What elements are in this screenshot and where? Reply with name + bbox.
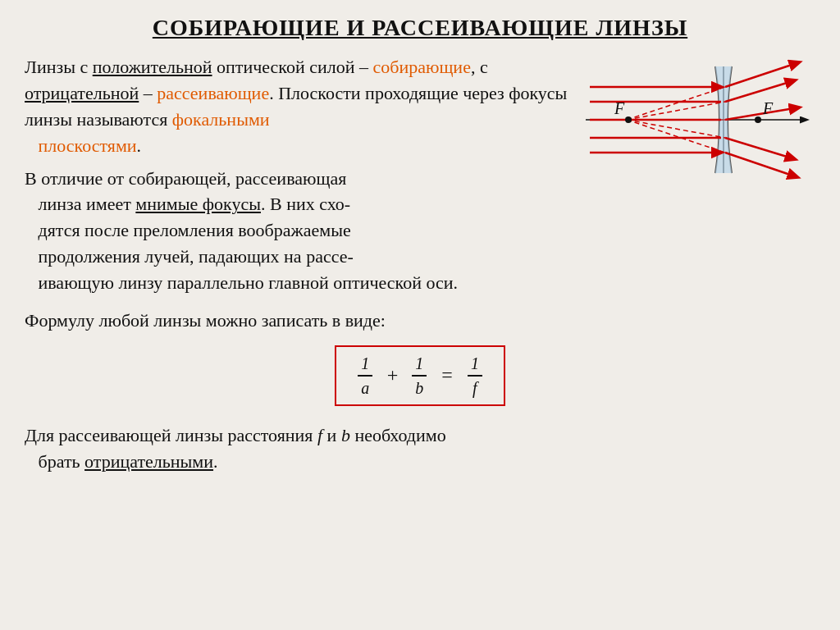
fraction-1: 1 a [358, 354, 372, 398]
diagram-block: F F [578, 54, 815, 190]
fraction-2-num: 1 [412, 354, 427, 377]
p2-underline1: мнимые фокусы [135, 194, 261, 214]
svg-line-16 [627, 120, 725, 153]
page-title: СОБИРАЮЩИЕ И РАССЕИВАЮЩИЕ ЛИНЗЫ [25, 15, 815, 41]
row-with-diagram: Линзы с положительной оптической силой –… [25, 54, 815, 296]
p4-part4: . [213, 451, 218, 472]
paragraph1: Линзы с положительной оптической силой –… [25, 54, 569, 159]
main-content: Линзы с положительной оптической силой –… [25, 54, 815, 475]
svg-line-7 [725, 107, 799, 120]
p1-part6: . [137, 135, 142, 156]
paragraph3: Формулу любой линзы можно записать в вид… [25, 308, 815, 334]
paragraph4: Для рассеивающей линзы расстояния f и b … [25, 422, 815, 475]
p1-part4: – [139, 83, 157, 103]
text-block: Линзы с положительной оптической силой –… [25, 54, 569, 296]
fraction-3-den: f [469, 377, 481, 398]
p4-underline1: отрицательными [84, 451, 213, 472]
svg-point-18 [755, 116, 761, 123]
p1-part3: , с [471, 57, 488, 77]
paragraph2: В отличие от собирающей, рассеивающая ли… [25, 166, 569, 296]
p1-underline1: положительной [93, 57, 212, 77]
p1-part2: оптической силой – [212, 57, 373, 77]
fraction-2-den: b [412, 377, 427, 398]
svg-line-15 [627, 120, 725, 138]
p4-part1: Для рассеивающей линзы расстояния [25, 425, 317, 445]
p1-orange2: рассеивающие [157, 83, 269, 103]
fraction-3: 1 f [468, 354, 482, 398]
equals-sign: = [441, 364, 453, 386]
p1-orange1: собирающие [372, 57, 470, 77]
svg-point-17 [625, 116, 632, 123]
svg-text:F: F [762, 99, 774, 117]
svg-text:F: F [614, 99, 625, 117]
p1-underline2: отрицательной [25, 83, 139, 103]
plus-sign: + [386, 364, 399, 386]
lens-diagram: F F [578, 54, 815, 185]
fraction-2: 1 b [412, 354, 427, 398]
formula-container: 1 a + 1 b = 1 f [25, 345, 815, 406]
fraction-1-den: a [358, 377, 372, 398]
svg-line-13 [627, 102, 725, 120]
p4-part2: и [322, 425, 341, 445]
svg-line-12 [627, 87, 725, 120]
formula-box: 1 a + 1 b = 1 f [335, 345, 505, 406]
p1-part1: Линзы с [25, 57, 93, 77]
p4-italic2: b [341, 425, 350, 445]
fraction-1-num: 1 [358, 354, 372, 377]
fraction-3-num: 1 [468, 354, 482, 377]
